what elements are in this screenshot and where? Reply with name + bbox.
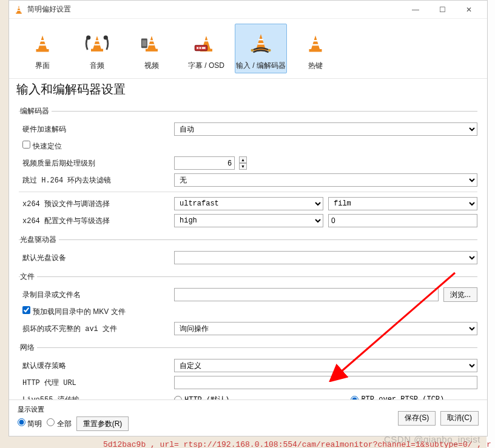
tab-video[interactable]: 视频 bbox=[126, 24, 178, 73]
tab-input-codecs[interactable]: 输入 / 编解码器 bbox=[235, 24, 287, 73]
svg-rect-29 bbox=[312, 44, 318, 45]
browse-button[interactable]: 浏览... bbox=[443, 287, 477, 302]
x264-preset-label: x264 预设文件与调谐选择 bbox=[19, 199, 174, 209]
preload-mkv-checkbox[interactable] bbox=[22, 306, 30, 314]
x264-level-input[interactable] bbox=[328, 214, 477, 227]
all-radio[interactable] bbox=[47, 418, 55, 426]
files-section: 文件 录制目录或文件名 浏览... 预加载同目录中的 MKV 文件 损坏的或不完… bbox=[19, 272, 477, 339]
svg-rect-1 bbox=[18, 7, 20, 8]
tab-hotkeys[interactable]: 热键 bbox=[289, 24, 342, 73]
svg-rect-20 bbox=[200, 47, 201, 48]
category-tabs: 界面 音频 视频 字幕 / OSD 输入 / 编解码器 热键 bbox=[9, 19, 487, 79]
x264-profile-label: x264 配置文件与等级选择 bbox=[19, 216, 174, 226]
maximize-button[interactable]: ☐ bbox=[429, 1, 456, 18]
svg-rect-5 bbox=[39, 44, 45, 45]
skip-loop-select[interactable]: 无 bbox=[174, 173, 477, 187]
svg-rect-2 bbox=[17, 10, 20, 10]
save-button[interactable]: 保存(S) bbox=[398, 411, 436, 426]
settings-content: 编解码器 硬件加速解码 自动 快速定位 视频质量后期处理级别 ▲▼ 跳过 H.2… bbox=[9, 102, 487, 412]
hw-decode-label: 硬件加速解码 bbox=[19, 124, 174, 135]
record-dir-label: 录制目录或文件名 bbox=[19, 290, 174, 300]
tab-subtitles[interactable]: 字幕 / OSD bbox=[180, 24, 232, 73]
simple-radio-label[interactable]: 简明 bbox=[18, 418, 42, 429]
close-button[interactable]: ✕ bbox=[456, 1, 482, 18]
svg-rect-27 bbox=[309, 49, 322, 52]
svg-point-9 bbox=[86, 35, 90, 39]
section-legend: 网络 bbox=[20, 343, 37, 353]
footer: 显示设置 简明 全部 重置参数(R) 保存(S) 取消(C) bbox=[9, 400, 487, 436]
svg-rect-17 bbox=[204, 40, 208, 41]
svg-rect-3 bbox=[36, 49, 49, 52]
x264-profile-select[interactable]: high bbox=[174, 214, 323, 227]
svg-rect-7 bbox=[95, 40, 99, 41]
svg-point-25 bbox=[251, 48, 254, 52]
skip-loop-label: 跳过 H.264 环内去块滤镜 bbox=[19, 175, 174, 186]
postproc-spinner[interactable] bbox=[174, 156, 235, 170]
spin-up[interactable]: ▲ bbox=[239, 156, 247, 163]
page-title: 输入和编解码器设置 bbox=[9, 79, 487, 102]
svg-point-10 bbox=[104, 35, 108, 39]
fast-seek-checkbox[interactable] bbox=[22, 141, 30, 149]
tab-label: 字幕 / OSD bbox=[188, 61, 224, 71]
svg-rect-8 bbox=[94, 44, 99, 45]
x264-tune-select[interactable]: film bbox=[328, 197, 477, 210]
section-legend: 光盘驱动器 bbox=[20, 235, 59, 245]
preload-mkv-label[interactable]: 预加载同目录中的 MKV 文件 bbox=[22, 307, 126, 316]
proxy-label: HTTP 代理 URL bbox=[19, 378, 174, 388]
tab-label: 音频 bbox=[90, 61, 104, 71]
svg-rect-21 bbox=[202, 47, 206, 48]
svg-point-26 bbox=[268, 48, 271, 52]
preferences-window: 简明偏好设置 — ☐ ✕ 界面 音频 视频 字幕 / OSD 输入 / 编解码器… bbox=[8, 0, 488, 436]
x264-preset-select[interactable]: ultrafast bbox=[174, 197, 323, 210]
svg-rect-4 bbox=[40, 40, 45, 42]
cancel-button[interactable]: 取消(C) bbox=[440, 411, 479, 426]
svg-rect-19 bbox=[197, 47, 198, 48]
svg-rect-13 bbox=[149, 44, 154, 45]
damaged-avi-label: 损坏的或不完整的 avi 文件 bbox=[19, 324, 174, 334]
hw-decode-select[interactable]: 自动 bbox=[174, 122, 477, 136]
titlebar: 简明偏好设置 — ☐ ✕ bbox=[9, 1, 487, 19]
show-settings-label: 显示设置 bbox=[18, 405, 129, 414]
damaged-avi-select[interactable]: 询问操作 bbox=[174, 322, 477, 335]
default-disc-label: 默认光盘设备 bbox=[19, 253, 174, 263]
section-legend: 编解码器 bbox=[20, 106, 52, 116]
codecs-section: 编解码器 硬件加速解码 自动 快速定位 视频质量后期处理级别 ▲▼ 跳过 H.2… bbox=[19, 106, 477, 231]
vlc-logo-icon bbox=[14, 5, 24, 15]
svg-rect-23 bbox=[258, 39, 263, 40]
svg-rect-24 bbox=[258, 43, 264, 44]
tab-interface[interactable]: 界面 bbox=[16, 24, 69, 73]
minimize-button[interactable]: — bbox=[402, 1, 429, 18]
svg-rect-28 bbox=[313, 40, 318, 42]
all-radio-label[interactable]: 全部 bbox=[47, 418, 71, 429]
proxy-input[interactable] bbox=[174, 376, 477, 389]
simple-radio[interactable] bbox=[18, 418, 25, 426]
svg-rect-0 bbox=[16, 12, 21, 13]
spin-down[interactable]: ▼ bbox=[239, 163, 247, 170]
tab-audio[interactable]: 音频 bbox=[71, 24, 123, 73]
postproc-label: 视频质量后期处理级别 bbox=[19, 158, 174, 169]
tab-label: 热键 bbox=[308, 61, 323, 71]
cache-select[interactable]: 自定义 bbox=[174, 359, 477, 372]
cache-label: 默认缓存策略 bbox=[19, 361, 174, 371]
reset-button[interactable]: 重置参数(R) bbox=[76, 416, 129, 431]
watermark: CSDN @qianbo_insist bbox=[384, 434, 480, 444]
svg-rect-15 bbox=[142, 40, 146, 46]
tab-label: 界面 bbox=[35, 61, 50, 71]
fast-seek-checkbox-label[interactable]: 快速定位 bbox=[22, 142, 62, 150]
default-disc-select[interactable] bbox=[174, 251, 477, 264]
section-legend: 文件 bbox=[20, 272, 37, 282]
disc-section: 光盘驱动器 默认光盘设备 bbox=[19, 235, 477, 268]
window-title: 简明偏好设置 bbox=[27, 4, 402, 15]
svg-rect-11 bbox=[146, 48, 158, 51]
svg-rect-6 bbox=[91, 48, 103, 51]
svg-rect-12 bbox=[149, 40, 153, 41]
tab-label: 输入 / 编解码器 bbox=[236, 61, 286, 71]
record-dir-input[interactable] bbox=[174, 288, 439, 301]
tab-label: 视频 bbox=[144, 61, 159, 71]
